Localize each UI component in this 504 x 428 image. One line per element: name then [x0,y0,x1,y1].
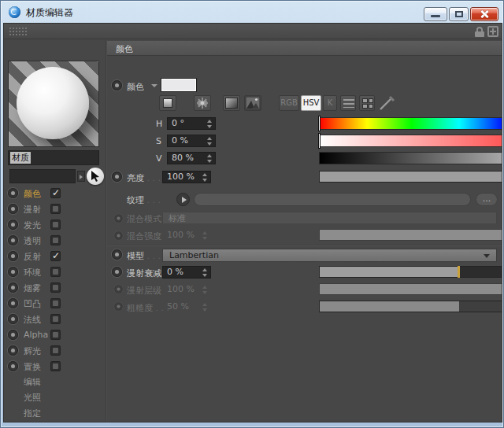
texture-expand-button[interactable] [176,193,190,206]
channel-label[interactable]: 凹凸 [24,298,41,310]
channel-checkbox[interactable] [50,251,61,261]
channel-enable-radio[interactable] [8,251,18,261]
channel-row: 法线 [4,312,106,327]
channel-label[interactable]: 环境 [24,267,41,279]
diffuse-falloff-field[interactable]: 0 % [162,266,211,279]
channel-checkbox[interactable] [50,235,61,245]
saturation-marker[interactable] [318,133,321,149]
channel-label[interactable]: 烟雾 [24,282,41,294]
section-divider [107,245,502,246]
brightness-field[interactable]: 100 % [162,171,211,183]
channel-checkbox[interactable] [50,204,61,214]
channel-enable-radio[interactable] [8,267,18,277]
gradient-tab[interactable] [223,95,240,111]
preset-dropdown[interactable] [9,169,76,183]
diffuse-falloff-knob[interactable] [458,266,460,278]
close-button[interactable] [470,7,498,21]
window-title: 材质编辑器 [26,6,73,20]
diffuse-falloff-stepper[interactable] [202,268,208,277]
preset-expand-icon[interactable] [77,171,85,182]
material-preview[interactable] [8,61,99,147]
channel-checkbox[interactable] [50,298,61,308]
color-swatch[interactable] [161,78,197,92]
channel-checkbox[interactable] [50,267,61,277]
titlebar: 材质编辑器 [1,1,503,23]
channel-checkbox[interactable] [50,361,61,371]
color-radio[interactable] [112,80,122,90]
channel-enable-radio[interactable] [8,204,18,214]
minimize-button[interactable] [424,7,447,21]
spectrum-tab[interactable] [159,95,176,111]
eyedropper-icon[interactable] [377,94,396,113]
diffuse-falloff-radio[interactable] [112,267,122,277]
material-name-input[interactable]: 材质 [8,150,99,165]
channel-label[interactable]: 置换 [24,361,41,373]
channel-label[interactable]: 辉光 [24,345,41,357]
hue-gradient-bar[interactable] [319,117,502,130]
brightness-radio[interactable] [112,172,122,182]
kelvin-tab[interactable]: K [323,95,337,111]
diffuse-level-field: 100 % [162,283,211,296]
color-wheel-tab[interactable] [194,95,211,111]
channel-enable-radio[interactable] [8,220,18,230]
channel-label[interactable]: 漫射 [24,204,41,216]
hue-stepper[interactable] [206,120,213,128]
channel-label[interactable]: 透明 [24,235,41,247]
lock-icon[interactable] [475,27,484,37]
drag-grip-icon[interactable] [9,27,28,37]
minimize-icon [431,15,440,17]
channel-label[interactable]: Alpha [24,330,48,340]
texture-path-field[interactable] [194,193,471,206]
channel-enable-radio[interactable] [8,282,18,293]
channel-label[interactable]: 颜色 [24,188,41,200]
value-gradient-bar[interactable] [319,152,502,164]
channel-row: 透明 [4,233,106,249]
chevron-down-icon[interactable] [151,84,158,87]
roughness-radio [114,302,122,310]
channel-enable-radio[interactable] [8,235,18,245]
channel-label[interactable]: 发光 [24,220,41,231]
channel-checkbox[interactable] [50,345,61,356]
value-stepper[interactable] [206,154,213,163]
channel-label[interactable]: 法线 [24,314,41,326]
roughness-slider [319,301,502,312]
hsv-tab[interactable]: HSV [301,95,321,111]
pick-material-button[interactable] [87,168,104,185]
brightness-slider[interactable] [319,171,502,183]
model-dropdown[interactable]: Lambertian [162,249,497,262]
channel-enable-radio[interactable] [8,361,18,371]
value-field[interactable]: 80 % [167,152,216,164]
channel-enable-radio[interactable] [8,188,18,198]
brightness-stepper[interactable] [202,173,208,182]
channel-checkbox[interactable] [50,282,61,293]
channel-enable-radio[interactable] [8,314,18,324]
sidebar-page-item[interactable]: 指定 [24,408,41,422]
texture-browse-button[interactable]: ... [476,193,498,206]
model-radio[interactable] [112,249,122,260]
rgb-tab[interactable]: RGB [279,95,299,111]
mixer-tab[interactable] [340,95,356,111]
hue-marker[interactable] [318,116,321,131]
channel-checkbox[interactable] [50,220,61,230]
image-tab[interactable] [244,95,261,111]
add-icon[interactable] [487,26,498,37]
channel-checkbox[interactable] [50,188,61,198]
channel-checkbox[interactable] [50,314,61,324]
app-icon [9,6,20,18]
maximize-button[interactable] [449,7,469,21]
sidebar-page-item[interactable]: 光照 [24,392,41,408]
swatches-tab[interactable] [359,95,375,111]
channel-checkbox[interactable] [50,330,61,340]
saturation-stepper[interactable] [206,137,213,146]
mix-mode-label: 混合模式 [127,213,161,225]
sidebar-page-item[interactable]: 编辑 [24,376,41,392]
mix-strength-label: 混合强度 [127,231,161,242]
saturation-gradient-bar[interactable] [319,135,502,147]
hue-field[interactable]: 0 ° [167,117,216,130]
diffuse-falloff-slider[interactable] [319,266,502,278]
saturation-field[interactable]: 0 % [167,135,216,147]
channel-enable-radio[interactable] [8,330,18,340]
channel-enable-radio[interactable] [8,298,18,308]
channel-enable-radio[interactable] [8,345,18,356]
channel-label[interactable]: 反射 [24,251,41,263]
